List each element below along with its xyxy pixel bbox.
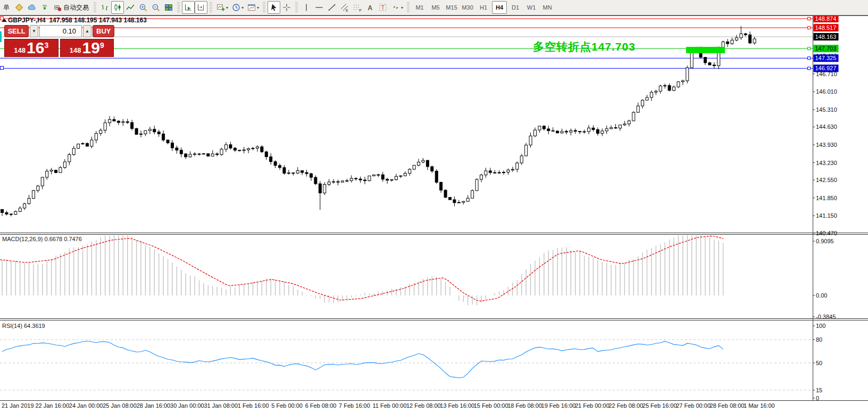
time-axis: 21 Jan 201922 Jan 16:0024 Jan 00:0025 Ja…: [2, 402, 775, 409]
crosshair-button[interactable]: [280, 1, 293, 14]
candle-body: [310, 174, 312, 177]
sell-price-box[interactable]: 148 16 3: [4, 39, 59, 57]
line-anchor-handle[interactable]: [808, 67, 811, 70]
vertical-line-button[interactable]: [300, 1, 313, 14]
candle-body: [287, 173, 290, 174]
chevron-down-icon: ▾: [257, 5, 259, 10]
fibonacci-button[interactable]: F: [351, 1, 364, 14]
metaeditor-icon-button[interactable]: [13, 1, 26, 14]
candle-body: [292, 173, 295, 174]
zoom-out-button[interactable]: [149, 1, 162, 14]
candle-body: [28, 199, 30, 204]
horizontal-line-button[interactable]: [313, 1, 326, 14]
candle-body: [533, 130, 536, 136]
toolbar-separator: [295, 2, 298, 13]
timeframe-m1-button[interactable]: M1: [412, 1, 427, 14]
buy-price-big: 19: [82, 40, 100, 56]
arrows-button[interactable]: ▾: [389, 1, 405, 14]
candle-body: [485, 171, 487, 175]
autotrading-button[interactable]: 自动交易: [51, 1, 91, 14]
turning-point-annotation[interactable]: 多空转折点147.703: [533, 39, 636, 54]
candle-body: [579, 131, 581, 132]
rsi-pane: [0, 340, 813, 390]
candle-body: [574, 130, 577, 131]
candle-body: [623, 124, 626, 125]
svg-text:T: T: [381, 5, 385, 11]
auto-scroll-button[interactable]: [182, 1, 195, 14]
rsi-tick-label: 100: [816, 323, 825, 329]
time-axis-label: 5 Feb 00:00: [271, 402, 303, 409]
line-anchor-handle[interactable]: [808, 27, 811, 29]
macd-tick-label: 0.9095: [816, 238, 834, 244]
buy-price-box[interactable]: 148 19 9: [60, 39, 114, 57]
candle-body: [727, 42, 729, 44]
candle-body: [41, 177, 44, 186]
timeframe-w1-button[interactable]: W1: [524, 1, 539, 14]
line-chart-button[interactable]: [124, 1, 137, 14]
volume-step-up-button[interactable]: ▲: [83, 25, 91, 37]
candle-body: [457, 202, 460, 203]
time-axis-label: 18 Feb 08:00: [507, 402, 542, 409]
timeframe-mn-button[interactable]: MN: [540, 1, 555, 14]
crosshair-icon: [282, 3, 291, 12]
new-order-button[interactable]: 单: [0, 1, 13, 14]
volume-input[interactable]: [39, 25, 82, 37]
price-axis: 148.810148.110147.410146.710146.010145.3…: [808, 15, 839, 401]
signals-icon-button[interactable]: [38, 1, 51, 14]
candle-body: [641, 100, 644, 106]
support-line-handle[interactable]: [0, 66, 4, 70]
candle-body: [211, 154, 214, 156]
tile-windows-button[interactable]: [162, 1, 175, 14]
line-anchor-handle[interactable]: [808, 47, 811, 50]
periods-button[interactable]: ▾: [230, 1, 245, 14]
equidistant-channel-button[interactable]: E: [338, 1, 351, 14]
line-anchor-handle[interactable]: [808, 57, 811, 60]
line-anchor-handle[interactable]: [808, 18, 811, 20]
candle-body: [270, 156, 272, 161]
vertical-line-icon: [302, 3, 311, 12]
candle-body: [346, 180, 348, 181]
candle-body: [108, 119, 111, 122]
candle-body: [220, 149, 223, 154]
svg-text:A: A: [368, 4, 373, 12]
candlestick-chart-button[interactable]: [111, 1, 124, 14]
panel-edge-tab[interactable]: [0, 31, 2, 42]
timeframe-h4-button[interactable]: H4: [492, 1, 507, 14]
chart-shift-button[interactable]: [195, 1, 207, 14]
zoom-in-button[interactable]: [137, 1, 149, 14]
timeframe-m30-button[interactable]: M30: [460, 1, 475, 14]
volume-step-down-button[interactable]: ▼: [30, 25, 38, 37]
candle-body: [46, 171, 48, 177]
indicators-button[interactable]: ▾: [214, 1, 230, 14]
horizontal-line-icon: [314, 3, 324, 12]
sell-button[interactable]: SELL: [4, 25, 29, 37]
chart-canvas[interactable]: 148.810148.110147.410146.710146.010145.3…: [0, 0, 868, 412]
trendline-button[interactable]: [326, 1, 338, 14]
text-button[interactable]: A: [364, 1, 377, 14]
candle-body: [1, 209, 4, 212]
candle-body: [673, 87, 675, 90]
buy-button[interactable]: BUY: [93, 25, 114, 37]
time-axis-label: 21 Jan 2019: [2, 402, 34, 409]
highlight-rect[interactable]: [686, 47, 725, 53]
candle-body: [63, 162, 66, 168]
candle-body: [655, 91, 657, 92]
candle-body: [525, 145, 528, 155]
cursor-button[interactable]: [268, 1, 280, 14]
bar-chart-button[interactable]: [98, 1, 111, 14]
candle-body: [10, 214, 12, 215]
text-label-button[interactable]: T: [377, 1, 389, 14]
timeframe-m5-button[interactable]: M5: [428, 1, 443, 14]
resistance-line-handle[interactable]: [0, 17, 4, 20]
candle-body: [243, 150, 245, 151]
chevron-down-icon: ▾: [401, 5, 403, 10]
candle-body: [516, 163, 519, 169]
timeframe-h1-button[interactable]: H1: [476, 1, 491, 14]
templates-button[interactable]: ▾: [245, 1, 261, 14]
market-icon-button[interactable]: [26, 1, 38, 14]
timeframe-d1-button[interactable]: D1: [508, 1, 523, 14]
candle-body: [233, 148, 236, 150]
candle-body: [274, 162, 277, 166]
candle-body: [144, 130, 147, 134]
timeframe-m15-button[interactable]: M15: [444, 1, 459, 14]
